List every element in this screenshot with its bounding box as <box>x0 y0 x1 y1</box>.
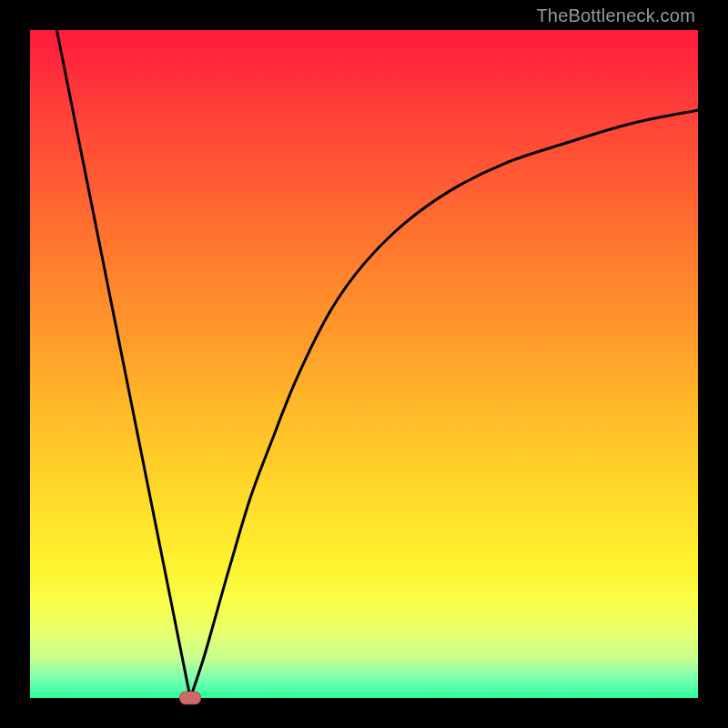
attribution-text: TheBottleneck.com <box>536 5 695 26</box>
chart-frame: TheBottleneck.com <box>0 0 728 728</box>
series-left-line <box>56 30 190 698</box>
minimum-marker <box>179 692 201 705</box>
plot-area <box>30 30 698 698</box>
series-right-curve <box>190 110 698 698</box>
curve-layer <box>30 30 698 698</box>
